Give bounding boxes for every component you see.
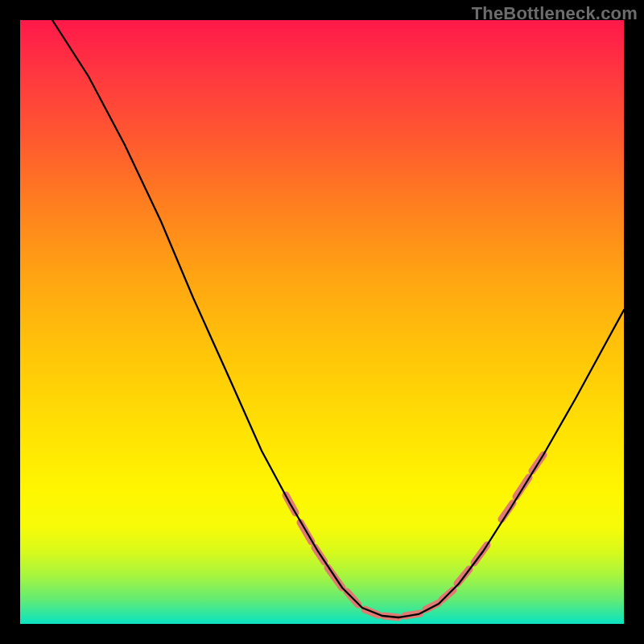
bottleneck-curve [20, 20, 624, 624]
overlay-dash-group [286, 455, 543, 617]
left-branch [52, 20, 398, 617]
chart-container: TheBottleneck.com [0, 0, 644, 644]
right-branch [398, 310, 624, 617]
plot-area [20, 20, 624, 624]
